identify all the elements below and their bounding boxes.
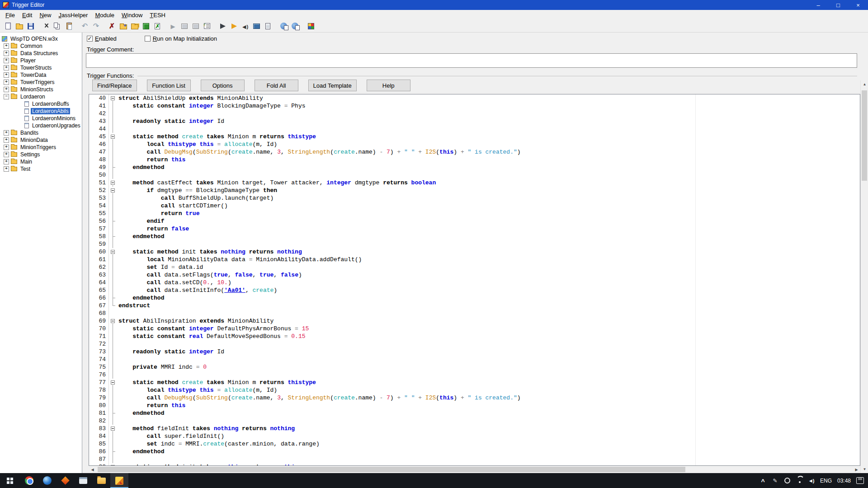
tree-item-player[interactable]: +Player <box>0 57 82 64</box>
help-button[interactable]: Help <box>367 80 410 91</box>
code-line-87[interactable]: 87 <box>89 455 860 463</box>
tree-item-miniondata[interactable]: +MinionData <box>0 136 82 144</box>
expand-icon[interactable]: + <box>4 130 9 136</box>
variables-button[interactable] <box>201 21 212 32</box>
scroll-up-icon[interactable] <box>861 80 868 88</box>
code-line-85[interactable]: 85 set indc = MMRI.create(caster.minion,… <box>89 440 860 448</box>
horizontal-scrollbar[interactable] <box>89 466 860 473</box>
menu-item-jasshelper[interactable]: JassHelper <box>55 11 91 19</box>
tree-item-towerdata[interactable]: +TowerData <box>0 71 82 79</box>
import-manager-button[interactable] <box>278 21 289 32</box>
action-center-icon[interactable] <box>854 473 866 488</box>
taskbar-clock[interactable]: 03:48 <box>834 473 854 488</box>
fold-toggle[interactable] <box>109 425 117 432</box>
open-map-button[interactable] <box>14 21 25 32</box>
code-line-52[interactable]: 52 if dmgtype == BlockingDamageType then <box>89 187 860 194</box>
menu-item-module[interactable]: Module <box>91 11 118 19</box>
tray-pen-icon[interactable] <box>769 473 781 488</box>
tree-item-lordaeronupgrades[interactable]: LordaeronUpgrades <box>0 122 82 129</box>
enabled-option[interactable]: ✓Enabled <box>87 35 117 42</box>
expand-icon[interactable]: + <box>4 72 9 78</box>
expand-icon[interactable]: + <box>4 87 9 92</box>
scroll-down-icon[interactable] <box>861 465 868 473</box>
tree-item-lordaeronbuffs[interactable]: LordaeronBuffs <box>0 100 82 108</box>
run-map-button[interactable] <box>167 21 179 32</box>
expand-icon[interactable]: + <box>4 51 9 56</box>
fold-toggle[interactable] <box>109 379 117 386</box>
code-line-50[interactable]: 50 <box>89 171 860 179</box>
find-replace-button[interactable]: Find/Replace <box>92 80 137 91</box>
code-line-53[interactable]: 53 call BuffShieldUp.launch(target) <box>89 194 860 202</box>
scroll-right-icon[interactable] <box>853 466 860 473</box>
function-list-button[interactable]: Function List <box>147 80 191 91</box>
code-line-57[interactable]: 57 return false <box>89 225 860 233</box>
trigger-editor-taskbar-button[interactable] <box>110 473 128 488</box>
code-line-80[interactable]: 80 return this <box>89 402 860 409</box>
export-script-button[interactable] <box>289 21 301 32</box>
script-page-button[interactable] <box>262 21 274 32</box>
file-explorer-taskbar-button[interactable] <box>92 473 110 488</box>
tree-root[interactable]: WispTD OPEN.w3x <box>0 35 82 42</box>
expand-icon[interactable]: + <box>4 145 9 150</box>
code-line-81[interactable]: 81 endmethod <box>89 409 860 417</box>
code-line-75[interactable]: 75 private MMRI indc = 0 <box>89 363 860 371</box>
tree-item-minionstructs[interactable]: +MinionStructs <box>0 86 82 93</box>
vertical-scrollbar[interactable] <box>860 80 868 473</box>
code-line-77[interactable]: 77 static method create takes Minion m r… <box>89 379 860 386</box>
code-line-69[interactable]: 69struct AbilInspiration extends MinionA… <box>89 317 860 325</box>
vertical-scroll-thumb[interactable] <box>862 90 867 181</box>
code-line-71[interactable]: 71 static constant real DefaultMoveSpeed… <box>89 333 860 340</box>
save-map-button[interactable] <box>25 21 36 32</box>
expand-icon[interactable]: + <box>4 166 9 172</box>
tree-item-miniontriggers[interactable]: +MinionTriggers <box>0 144 82 151</box>
fold-toggle[interactable] <box>109 317 117 325</box>
expand-icon[interactable]: + <box>4 65 9 70</box>
code-line-48[interactable]: 48 return this <box>89 156 860 164</box>
tree-item-test[interactable]: +Test <box>0 165 82 173</box>
code-line-45[interactable]: 45 static method create takes Minion m r… <box>89 133 860 141</box>
code-line-68[interactable]: 68 <box>89 310 860 317</box>
run-on-init-option[interactable]: Run on Map Initialization <box>145 35 217 42</box>
cinematic-button[interactable] <box>251 21 262 32</box>
convert-to-text-button[interactable] <box>151 21 163 32</box>
red-app-taskbar-button[interactable] <box>56 473 74 488</box>
new-document-button[interactable] <box>2 21 14 32</box>
scroll-left-icon[interactable] <box>89 466 96 473</box>
code-line-74[interactable]: 74 <box>89 356 860 363</box>
fold-toggle[interactable] <box>109 179 117 187</box>
check-syntax-button[interactable] <box>106 21 118 32</box>
code-line-40[interactable]: 40struct AbilShieldUp extends MinionAbil… <box>89 94 860 102</box>
new-trigger-button[interactable] <box>129 21 140 32</box>
code-line-73[interactable]: 73 readonly static integer Id <box>89 348 860 356</box>
options-button[interactable]: Options <box>201 80 245 91</box>
code-line-49[interactable]: 49 endmethod <box>89 164 860 171</box>
tray-app-icon[interactable] <box>781 473 793 488</box>
expand-icon[interactable]: + <box>4 152 9 157</box>
code-line-66[interactable]: 66 endmethod <box>89 294 860 302</box>
language-indicator[interactable]: ENG <box>818 473 834 488</box>
minimize-button[interactable]: – <box>808 0 828 10</box>
code-line-65[interactable]: 65 call data.setInitInfo('Aa01', create) <box>89 286 860 294</box>
fold-toggle[interactable] <box>109 133 117 141</box>
run-on-init-checkbox[interactable] <box>145 36 151 42</box>
expand-icon[interactable]: + <box>4 80 9 85</box>
tree-item-data-structures[interactable]: +Data Structures <box>0 50 82 57</box>
menu-item-window[interactable]: Window <box>118 11 146 19</box>
tree-item-settings[interactable]: +Settings <box>0 151 82 158</box>
redo-button[interactable] <box>90 21 102 32</box>
tree-item-bandits[interactable]: +Bandits <box>0 129 82 136</box>
code-line-83[interactable]: 83 method fieldInit takes nothing return… <box>89 425 860 432</box>
code-line-60[interactable]: 60 static method init takes nothing retu… <box>89 248 860 256</box>
code-line-64[interactable]: 64 call data.setCD(0., 10.) <box>89 279 860 286</box>
tree-item-towertriggers[interactable]: +TowerTriggers <box>0 79 82 86</box>
code-line-76[interactable]: 76 <box>89 371 860 379</box>
new-category-button[interactable] <box>118 21 129 32</box>
code-line-86[interactable]: 86 endmethod <box>89 448 860 455</box>
code-line-78[interactable]: 78 local thistype this = allocate(m, Id) <box>89 386 860 394</box>
paste-button[interactable] <box>63 21 75 32</box>
menu-item-new[interactable]: New <box>36 11 55 19</box>
tree-item-lordaeronminions[interactable]: LordaeronMinions <box>0 115 82 122</box>
gray-app-taskbar-button[interactable] <box>74 473 92 488</box>
tree-item-lordaeronabils[interactable]: LordaeronAbils <box>0 108 82 115</box>
code-line-43[interactable]: 43 readonly static integer Id <box>89 117 860 125</box>
